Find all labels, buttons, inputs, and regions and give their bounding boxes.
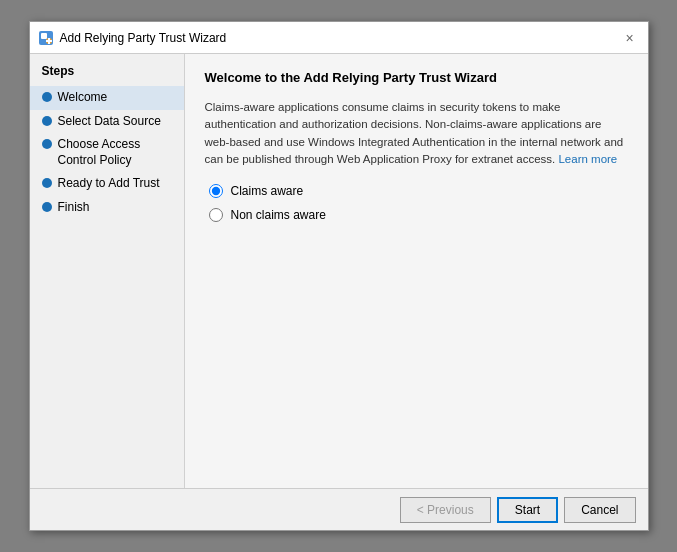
- step-label-select-data: Select Data Source: [58, 114, 161, 130]
- wizard-icon: [38, 30, 54, 46]
- step-finish[interactable]: Finish: [30, 196, 184, 220]
- step-dot-welcome: [42, 92, 52, 102]
- close-button[interactable]: ×: [620, 28, 640, 48]
- title-bar-left: Add Relying Party Trust Wizard: [38, 30, 227, 46]
- radio-claims-aware[interactable]: [209, 184, 223, 198]
- step-ready-to-add[interactable]: Ready to Add Trust: [30, 172, 184, 196]
- radio-label-claims-aware[interactable]: Claims aware: [231, 184, 304, 198]
- radio-non-claims-aware[interactable]: [209, 208, 223, 222]
- content-area: Steps Welcome Select Data Source Choose …: [30, 54, 648, 488]
- svg-rect-1: [41, 33, 47, 39]
- previous-button[interactable]: < Previous: [400, 497, 491, 523]
- footer: < Previous Start Cancel: [30, 488, 648, 530]
- main-panel: Welcome to the Add Relying Party Trust W…: [185, 54, 648, 488]
- start-button[interactable]: Start: [497, 497, 558, 523]
- window-title: Add Relying Party Trust Wizard: [60, 31, 227, 45]
- step-dot-select-data: [42, 116, 52, 126]
- learn-more-link[interactable]: Learn more: [558, 153, 617, 165]
- step-select-data-source[interactable]: Select Data Source: [30, 110, 184, 134]
- step-choose-access-control[interactable]: Choose Access Control Policy: [30, 133, 184, 172]
- radio-group: Claims aware Non claims aware: [205, 184, 628, 222]
- wizard-window: Add Relying Party Trust Wizard × Steps W…: [29, 21, 649, 531]
- sidebar: Steps Welcome Select Data Source Choose …: [30, 54, 185, 488]
- radio-label-non-claims[interactable]: Non claims aware: [231, 208, 326, 222]
- step-dot-access-control: [42, 139, 52, 149]
- description-text: Claims-aware applications consume claims…: [205, 99, 628, 168]
- step-welcome[interactable]: Welcome: [30, 86, 184, 110]
- step-dot-finish: [42, 202, 52, 212]
- step-dot-ready: [42, 178, 52, 188]
- title-bar: Add Relying Party Trust Wizard ×: [30, 22, 648, 54]
- main-title: Welcome to the Add Relying Party Trust W…: [205, 70, 628, 85]
- step-label-finish: Finish: [58, 200, 90, 216]
- radio-item-claims-aware: Claims aware: [209, 184, 628, 198]
- step-label-ready: Ready to Add Trust: [58, 176, 160, 192]
- cancel-button[interactable]: Cancel: [564, 497, 635, 523]
- sidebar-title: Steps: [30, 64, 184, 86]
- step-label-welcome: Welcome: [58, 90, 108, 106]
- svg-rect-4: [46, 40, 52, 42]
- radio-item-non-claims: Non claims aware: [209, 208, 628, 222]
- step-label-access-control: Choose Access Control Policy: [58, 137, 172, 168]
